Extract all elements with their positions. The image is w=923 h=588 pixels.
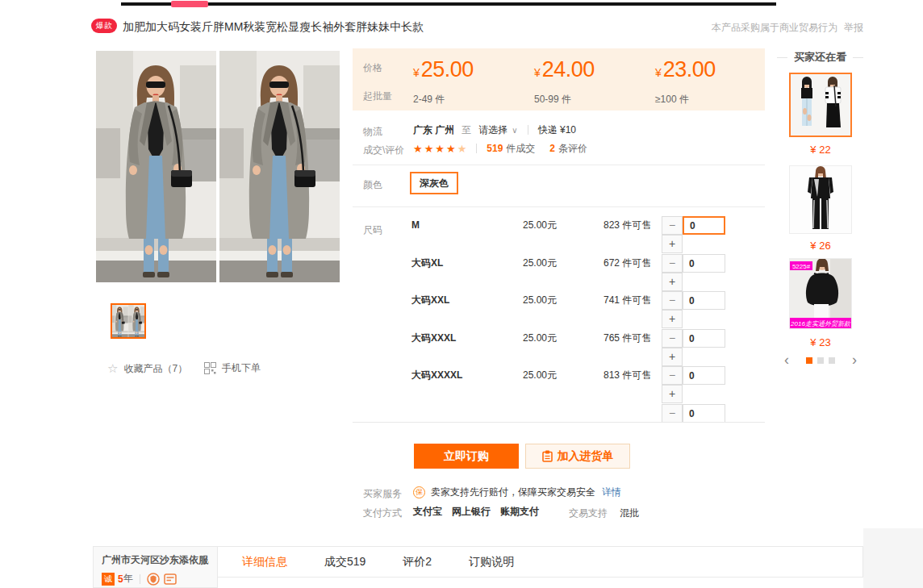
clipboard-icon — [542, 450, 553, 462]
size-stock: 823 件可售 — [604, 216, 651, 235]
qty-input[interactable] — [683, 216, 725, 235]
carousel-next-button[interactable]: › — [852, 354, 857, 365]
currency-symbol: ¥ — [655, 66, 662, 79]
related-product-price: ¥ 23 — [789, 336, 852, 348]
certification-card-icon — [164, 573, 177, 586]
size-list: M 25.00元 823 件可售 − + 大码XL 25.00元 672 件可售… — [353, 211, 765, 422]
carousel-dot[interactable] — [817, 357, 824, 364]
qty-decrease-button[interactable]: − — [662, 404, 683, 422]
image-thumbnail[interactable] — [111, 303, 146, 339]
report-link[interactable]: 举报 — [844, 21, 863, 35]
qty-decrease-button[interactable]: − — [662, 366, 683, 385]
add-to-purchase-list-button[interactable]: 加入进货单 — [525, 444, 630, 469]
mobile-order-label: 手机下单 — [222, 361, 261, 375]
logistics-label: 物流 — [363, 125, 382, 139]
qty-increase-button[interactable]: + — [662, 235, 683, 253]
rating-stars-full: ★★★★ — [413, 143, 457, 155]
star-outline-icon: ☆ — [107, 361, 118, 376]
favorite-product-button[interactable]: ☆ 收藏产品（7） — [107, 361, 187, 376]
tier-quantity: 2-49 件 — [413, 93, 445, 106]
related-product-card[interactable]: 5225# 2016走实通外贸新款 — [789, 258, 852, 329]
qty-input[interactable] — [683, 329, 725, 348]
tab-reviews[interactable]: 评价2 — [403, 555, 432, 569]
product-main-image[interactable] — [96, 51, 340, 282]
related-product-image: 5225# 2016走实通外贸新款 — [790, 259, 851, 328]
size-price: 25.00元 — [523, 216, 557, 235]
add-cart-label: 加入进货单 — [558, 449, 614, 464]
service-details-link[interactable]: 详情 — [602, 486, 621, 499]
related-product-price: ¥ 26 — [789, 240, 852, 252]
destination-select[interactable]: 请选择∨ — [478, 123, 517, 137]
qty-decrease-button[interactable]: − — [662, 329, 683, 348]
detail-tabs-bar: 详细信息 成交519 评价2 订购说明 — [218, 546, 863, 578]
qty-input[interactable] — [683, 254, 725, 273]
size-row: 大码XXXL 25.00元 765 件可售 − + — [353, 329, 765, 366]
divider — [528, 125, 528, 135]
qty-input[interactable] — [683, 404, 725, 422]
hot-badge: 爆款 — [91, 19, 117, 33]
qty-decrease-button[interactable]: − — [662, 254, 683, 273]
qty-increase-button[interactable]: + — [662, 385, 683, 403]
mobile-order-button[interactable]: 手机下单 — [204, 361, 261, 375]
carousel-dot-active[interactable] — [806, 357, 812, 364]
ship-origin: 广东 广州 — [413, 123, 454, 137]
sidebar-carousel-nav: ‹ › — [784, 352, 857, 367]
qty-increase-button[interactable]: + — [662, 310, 683, 328]
tier-price: 25.00 — [421, 57, 474, 81]
favorite-label: 收藏产品（7） — [123, 362, 187, 376]
related-product-tag: 5225# — [792, 263, 811, 270]
related-product-image — [791, 74, 850, 136]
top-progress-bar — [121, 2, 776, 6]
tab-detail-info[interactable]: 详细信息 — [242, 555, 287, 569]
payment-row: 支付宝 网上银行 账期支付 — [413, 504, 549, 519]
integrity-badge: 诚 — [102, 573, 115, 586]
size-stock: 672 件可售 — [604, 254, 651, 273]
payment-method: 网上银行 — [452, 505, 491, 519]
size-stock: 813 件可售 — [604, 366, 651, 385]
size-stock: 741 件可售 — [604, 291, 651, 310]
product-page: 爆款 加肥加大码女装斤胖MM秋装宽松显瘦长袖外套胖妹妹中长款 本产品采购属于商业… — [0, 0, 923, 588]
qty-decrease-button[interactable]: − — [662, 291, 683, 310]
seller-badges: 诚 5 年 — [102, 572, 209, 586]
qty-input[interactable] — [683, 366, 725, 385]
qty-decrease-button[interactable]: − — [662, 216, 683, 235]
deal-rating-label: 成交\评价 — [363, 144, 404, 157]
qty-input[interactable] — [683, 291, 725, 310]
price-panel: 价格 起批量 ¥25.00 2-49 件 ¥24.00 50-99 件 ¥23.… — [353, 48, 765, 111]
divider — [140, 574, 140, 584]
currency-symbol: ¥ — [534, 66, 541, 79]
tier-quantity: 50-99 件 — [534, 93, 571, 106]
payment-method: 账期支付 — [500, 505, 539, 519]
color-label: 颜色 — [363, 178, 382, 192]
seller-card[interactable]: 广州市天河区沙东添依服... 诚 5 年 — [93, 546, 218, 588]
size-name: M — [411, 216, 420, 235]
related-product-card[interactable] — [789, 165, 852, 234]
qty-increase-button[interactable]: + — [662, 348, 683, 366]
tab-order-notes[interactable]: 订购说明 — [469, 555, 514, 569]
divider — [353, 206, 765, 207]
product-title: 加肥加大码女装斤胖MM秋装宽松显瘦长袖外套胖妹妹中长款 — [123, 20, 424, 35]
carousel-dots — [804, 352, 837, 367]
size-row-partial: − — [353, 404, 765, 422]
seller-name[interactable]: 广州市天河区沙东添依服... — [102, 553, 209, 567]
buyer-service-row: 保 卖家支持先行赔付，保障买家交易安全 详情 — [413, 485, 621, 499]
qty-increase-button[interactable]: + — [662, 273, 683, 291]
price-tier: ¥24.00 50-99 件 — [534, 57, 595, 82]
trade-support-label: 交易支持 — [569, 507, 608, 520]
size-name: 大码XXXXL — [411, 366, 462, 385]
payment-method: 支付宝 — [413, 505, 442, 519]
qr-code-icon — [204, 362, 216, 374]
deals-count-link[interactable]: 519件成交 — [487, 142, 535, 156]
color-option-dark-gray[interactable]: 深灰色 — [410, 172, 458, 194]
related-product-card[interactable] — [789, 73, 852, 137]
reviews-count-link[interactable]: 2条评价 — [549, 142, 587, 156]
carousel-dot[interactable] — [829, 357, 835, 364]
deal-rating-row: ★★★★ ★ 519件成交 2条评价 — [413, 141, 587, 156]
guarantee-shield-icon: 保 — [413, 486, 425, 498]
order-now-button[interactable]: 立即订购 — [414, 444, 519, 469]
page-background-corner — [863, 528, 923, 588]
tab-deals[interactable]: 成交519 — [324, 555, 365, 569]
carousel-prev-button[interactable]: ‹ — [784, 354, 789, 365]
payment-label: 支付方式 — [363, 507, 402, 520]
price-label: 价格 — [363, 61, 382, 75]
